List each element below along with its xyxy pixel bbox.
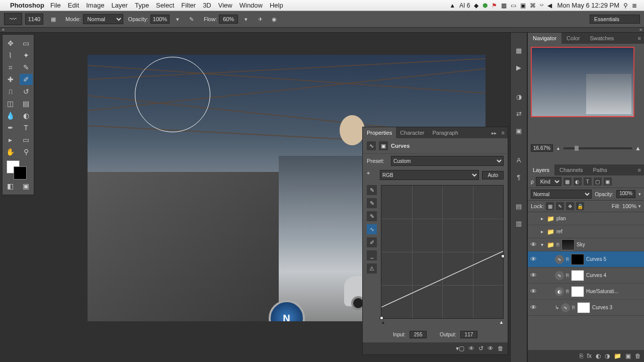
brush-size-field[interactable]: 1140 <box>25 14 43 25</box>
filter-adjust-icon[interactable]: ◐ <box>574 177 582 186</box>
grid-icon[interactable]: ▦ <box>501 2 507 9</box>
eraser-tool-icon[interactable]: ◫ <box>4 98 17 109</box>
filter-smart-icon[interactable]: ▣ <box>604 177 612 186</box>
lock-position-icon[interactable]: ✥ <box>566 202 574 210</box>
clip-to-layer-icon[interactable]: ▾▢ <box>456 345 464 352</box>
lock-pixels-icon[interactable]: ✎ <box>556 202 564 210</box>
zoom-tool-icon[interactable]: ⚲ <box>20 146 33 157</box>
brush-tool-icon[interactable]: ✐ <box>20 74 33 85</box>
visibility-eye-icon[interactable]: 👁 <box>530 288 537 295</box>
lock-all-icon[interactable]: 🔒 <box>576 202 584 210</box>
link-layers-icon[interactable]: ⎘ <box>580 352 583 359</box>
notes-panel-icon[interactable]: ▥ <box>513 218 524 229</box>
adjustments-panel-icon[interactable]: ◑ <box>513 91 524 102</box>
opacity-field[interactable]: 100% <box>150 15 170 24</box>
menu-edit[interactable]: Edit <box>68 2 79 9</box>
masks-panel-icon[interactable]: ▣ <box>513 125 524 136</box>
opacity-dropdown-icon[interactable]: ▾ <box>172 14 183 25</box>
preview-icon[interactable]: 👁 <box>468 345 474 352</box>
layer-blend-select[interactable]: Normal <box>531 190 592 199</box>
link-icon[interactable]: ⎘ <box>556 242 559 247</box>
sync-icon[interactable]: ⬢ <box>482 2 488 9</box>
curve-point-highlight[interactable] <box>501 254 505 258</box>
channel-select[interactable]: RGB <box>380 170 479 180</box>
output-value[interactable]: 117 <box>460 331 477 338</box>
clock[interactable]: Mon May 6 12:29 PM <box>557 2 619 9</box>
layer-name[interactable]: Hue/Saturati... <box>586 289 642 294</box>
layers-menu-icon[interactable]: ≡ <box>635 167 644 173</box>
volume-icon[interactable]: ◀ <box>547 2 552 9</box>
tab-color[interactable]: Color <box>561 33 585 44</box>
layer-name[interactable]: Curves 5 <box>586 256 642 262</box>
gradient-tool-icon[interactable]: ▤ <box>20 98 33 109</box>
layer-name[interactable]: Curves 4 <box>586 273 642 278</box>
channel-target-icon[interactable]: ⌖ <box>367 170 377 180</box>
white-slider-icon[interactable]: ▲ <box>499 320 504 325</box>
menu-filter[interactable]: Filter <box>181 2 196 9</box>
collapse-panel-icon[interactable]: ▸▸ <box>490 130 499 136</box>
reset-icon[interactable]: ↺ <box>478 345 484 352</box>
healing-tool-icon[interactable]: ✚ <box>4 74 17 85</box>
link-icon[interactable]: ⎘ <box>566 273 569 278</box>
fill-value[interactable]: 100% <box>622 203 636 209</box>
filter-type-icon[interactable]: T <box>584 177 592 186</box>
curves-graph[interactable] <box>381 185 504 319</box>
pen-tool-icon[interactable]: ✒ <box>4 122 17 133</box>
disclosure-right-icon[interactable]: ▸ <box>539 216 545 221</box>
stamp-tool-icon[interactable]: ⎍ <box>4 86 17 97</box>
zoom-out-icon[interactable]: ▲ <box>556 146 560 151</box>
tab-layers[interactable]: Layers <box>528 164 554 175</box>
tab-channels[interactable]: Channels <box>554 164 588 175</box>
input-value[interactable]: 255 <box>410 331 427 338</box>
mask-thumbnail[interactable] <box>571 254 584 265</box>
new-layer-icon[interactable]: ▣ <box>625 352 631 359</box>
preset-select[interactable]: Custom <box>391 156 504 166</box>
tab-paths[interactable]: Paths <box>588 164 612 175</box>
curves-options-icon[interactable]: ⚠ <box>367 263 377 274</box>
pressure-size-icon[interactable]: ◉ <box>269 14 280 25</box>
move-tool-icon[interactable]: ✥ <box>4 38 17 49</box>
pressure-opacity-icon[interactable]: ✎ <box>186 14 197 25</box>
lock-transparency-icon[interactable]: ▦ <box>546 202 554 210</box>
path-select-tool-icon[interactable]: ▸ <box>4 134 17 145</box>
link-icon[interactable]: ⎘ <box>566 289 569 294</box>
mask-thumbnail[interactable] <box>571 270 584 281</box>
menu-file[interactable]: File <box>50 2 61 9</box>
mask-thumbnail[interactable] <box>561 239 575 250</box>
type-tool-icon[interactable]: T <box>20 122 33 133</box>
panel-menu-icon[interactable]: ≡ <box>635 35 644 41</box>
zoom-slider[interactable] <box>564 147 632 149</box>
zoom-in-icon[interactable]: ▲ <box>635 145 641 152</box>
fill-chevron-icon[interactable]: ▾ <box>638 204 641 209</box>
info-panel-icon[interactable]: ▤ <box>513 201 524 212</box>
adobe-bridge-icon[interactable]: ▲ <box>449 2 455 9</box>
drive-icon[interactable]: ◆ <box>474 2 478 9</box>
layer-row-ref[interactable]: ▸ 📁 ref <box>528 225 644 238</box>
eyedropper-tool-icon[interactable]: ✎ <box>20 62 33 73</box>
background-color[interactable] <box>14 166 27 179</box>
spotlight-icon[interactable]: ⚲ <box>623 2 628 9</box>
magic-wand-tool-icon[interactable]: ✦ <box>20 50 33 61</box>
wifi-icon[interactable]: ⌔ <box>540 2 543 9</box>
filter-kind-select[interactable]: Kind <box>536 177 561 186</box>
disclosure-right-icon[interactable]: ▸ <box>539 229 545 234</box>
menu-select[interactable]: Select <box>156 2 174 9</box>
curve-point-shadow[interactable] <box>380 316 383 320</box>
disclosure-down-icon[interactable]: ▾ <box>539 242 545 247</box>
layer-row-huesat[interactable]: 👁 ◐ ⎘ Hue/Saturati... <box>528 284 644 300</box>
adjustment-icon[interactable]: ◑ <box>605 352 610 359</box>
flag-icon[interactable]: ⚑ <box>492 2 497 9</box>
group-icon[interactable]: 📁 <box>614 352 621 359</box>
collapse-right-icon[interactable]: » <box>639 27 642 32</box>
screenmode-icon[interactable]: ▣ <box>20 180 33 192</box>
collapse-left-icon[interactable]: « <box>2 27 5 32</box>
visibility-eye-icon[interactable]: 👁 <box>530 272 537 279</box>
tab-navigator[interactable]: Navigator <box>528 33 561 44</box>
layer-name[interactable]: plan <box>556 216 642 221</box>
tool-preset-picker[interactable]: 〰 <box>4 13 22 25</box>
blend-mode-select[interactable]: Normal <box>83 14 123 24</box>
list-icon[interactable]: ≣ <box>632 2 637 9</box>
app-name[interactable]: Photoshop <box>10 2 44 9</box>
brush-panel-toggle-icon[interactable]: ▦ <box>48 14 59 25</box>
black-slider-icon[interactable]: ▲ <box>381 320 385 325</box>
